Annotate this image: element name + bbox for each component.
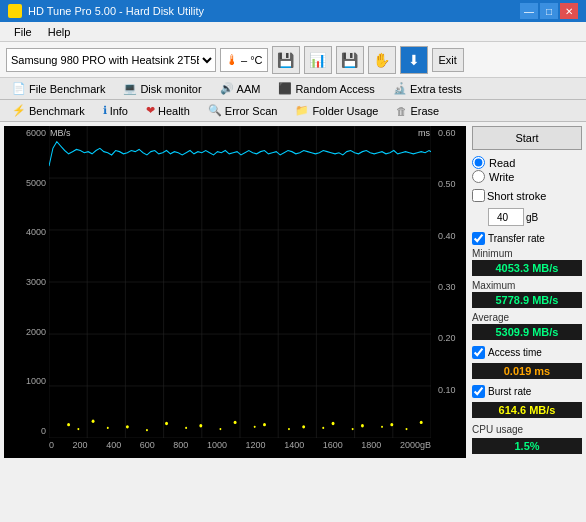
- info-icon: ℹ: [103, 104, 107, 117]
- y-tick-1000: 1000: [6, 376, 46, 386]
- svg-point-23: [234, 421, 237, 424]
- tab-info[interactable]: ℹ Info: [95, 101, 136, 121]
- svg-point-21: [165, 422, 168, 425]
- svg-point-20: [126, 425, 129, 428]
- y-tick-2000: 2000: [6, 327, 46, 337]
- extra-tests-icon: 🔬: [393, 82, 407, 95]
- drive-select[interactable]: Samsung 980 PRO with Heatsink 2T5B2Q: [6, 48, 216, 72]
- temp-value: – °C: [241, 54, 263, 66]
- svg-point-28: [390, 423, 393, 426]
- tab-error-scan[interactable]: 🔍 Error Scan: [200, 101, 286, 121]
- y-tick-r-040: 0.40: [438, 231, 464, 241]
- burst-rate-label: Burst rate: [488, 386, 531, 397]
- toolbar-icon-1[interactable]: 💾: [272, 46, 300, 74]
- y-tick-4000: 4000: [6, 227, 46, 237]
- access-time-label: Access time: [488, 347, 542, 358]
- minimum-label: Minimum: [472, 248, 582, 259]
- cpu-usage-value: 1.5%: [472, 438, 582, 454]
- maximum-section: Maximum 5778.9 MB/s: [472, 280, 582, 308]
- svg-point-27: [361, 424, 364, 427]
- tab-benchmark[interactable]: ⚡ Benchmark: [4, 101, 93, 121]
- tab-error-scan-label: Error Scan: [225, 105, 278, 117]
- tab-health-label: Health: [158, 105, 190, 117]
- toolbar-icon-4[interactable]: ✋: [368, 46, 396, 74]
- y-tick-r-050: 0.50: [438, 179, 464, 189]
- stroke-value-row: gB: [488, 208, 582, 226]
- svg-point-38: [352, 428, 354, 430]
- x-tick-400: 400: [106, 440, 121, 458]
- toolbar-icon-2[interactable]: 📊: [304, 46, 332, 74]
- menu-file[interactable]: File: [6, 24, 40, 40]
- short-stroke-checkbox[interactable]: [472, 189, 485, 202]
- write-radio[interactable]: [472, 170, 485, 183]
- tab-aam-label: AAM: [237, 83, 261, 95]
- aam-icon: 🔊: [220, 82, 234, 95]
- cpu-usage-label: CPU usage: [472, 424, 582, 435]
- x-tick-1000: 1000: [207, 440, 227, 458]
- tab-disk-monitor[interactable]: 💻 Disk monitor: [115, 79, 209, 99]
- toolbar: Samsung 980 PRO with Heatsink 2T5B2Q 🌡 –…: [0, 42, 586, 78]
- average-label: Average: [472, 312, 582, 323]
- transfer-rate-check: Transfer rate: [472, 232, 582, 245]
- minimum-value: 4053.3 MB/s: [472, 260, 582, 276]
- tab-health[interactable]: ❤ Health: [138, 101, 198, 121]
- tab-file-benchmark[interactable]: 📄 File Benchmark: [4, 79, 113, 99]
- health-icon: ❤: [146, 104, 155, 117]
- write-radio-label[interactable]: Write: [472, 170, 582, 183]
- svg-point-30: [77, 428, 79, 430]
- x-tick-800: 800: [173, 440, 188, 458]
- read-label: Read: [489, 157, 515, 169]
- read-radio-label[interactable]: Read: [472, 156, 582, 169]
- tab-random-access-label: Random Access: [295, 83, 374, 95]
- nav-tabs-row1: 📄 File Benchmark 💻 Disk monitor 🔊 AAM ⬛ …: [0, 78, 586, 100]
- title-bar: HD Tune Pro 5.00 - Hard Disk Utility — □…: [0, 0, 586, 22]
- svg-point-37: [322, 427, 324, 429]
- x-tick-1800: 1800: [361, 440, 381, 458]
- tab-file-benchmark-label: File Benchmark: [29, 83, 105, 95]
- burst-rate-value: 614.6 MB/s: [472, 402, 582, 418]
- close-button[interactable]: ✕: [560, 3, 578, 19]
- temp-display: 🌡 – °C: [220, 48, 268, 72]
- toolbar-icon-5[interactable]: ⬇: [400, 46, 428, 74]
- access-time-section: 0.019 ms: [472, 362, 582, 379]
- svg-point-25: [302, 425, 305, 428]
- y-tick-r-010: 0.10: [438, 385, 464, 395]
- x-tick-1600: 1600: [323, 440, 343, 458]
- stroke-value-input[interactable]: [488, 208, 524, 226]
- svg-point-33: [185, 427, 187, 429]
- x-tick-600: 600: [140, 440, 155, 458]
- tab-folder-usage[interactable]: 📁 Folder Usage: [287, 101, 386, 121]
- tab-random-access[interactable]: ⬛ Random Access: [270, 79, 382, 99]
- y-tick-r-020: 0.20: [438, 333, 464, 343]
- tab-disk-monitor-label: Disk monitor: [140, 83, 201, 95]
- x-axis: 0 200 400 600 800 1000 1200 1400 1600 18…: [49, 440, 431, 458]
- tab-erase[interactable]: 🗑 Erase: [388, 101, 447, 121]
- tab-aam[interactable]: 🔊 AAM: [212, 79, 269, 99]
- toolbar-icon-3[interactable]: 💾: [336, 46, 364, 74]
- minimize-button[interactable]: —: [520, 3, 538, 19]
- app-title: HD Tune Pro 5.00 - Hard Disk Utility: [28, 5, 204, 17]
- burst-rate-checkbox[interactable]: [472, 385, 485, 398]
- tab-extra-tests[interactable]: 🔬 Extra tests: [385, 79, 470, 99]
- maximize-button[interactable]: □: [540, 3, 558, 19]
- maximum-value: 5778.9 MB/s: [472, 292, 582, 308]
- tab-extra-tests-label: Extra tests: [410, 83, 462, 95]
- access-time-checkbox[interactable]: [472, 346, 485, 359]
- y-tick-3000: 3000: [6, 277, 46, 287]
- tab-folder-usage-label: Folder Usage: [312, 105, 378, 117]
- menu-bar: File Help: [0, 22, 586, 42]
- svg-point-31: [107, 427, 109, 429]
- exit-button[interactable]: Exit: [432, 48, 464, 72]
- disk-monitor-icon: 💻: [123, 82, 137, 95]
- benchmark-icon: ⚡: [12, 104, 26, 117]
- svg-point-18: [67, 423, 70, 426]
- right-panel: Start Read Write Short stroke gB Transfe…: [468, 122, 586, 462]
- tab-benchmark-label: Benchmark: [29, 105, 85, 117]
- menu-help[interactable]: Help: [40, 24, 79, 40]
- start-button[interactable]: Start: [472, 126, 582, 150]
- read-radio[interactable]: [472, 156, 485, 169]
- minimum-section: Minimum 4053.3 MB/s: [472, 248, 582, 276]
- transfer-rate-checkbox[interactable]: [472, 232, 485, 245]
- maximum-label: Maximum: [472, 280, 582, 291]
- file-benchmark-icon: 📄: [12, 82, 26, 95]
